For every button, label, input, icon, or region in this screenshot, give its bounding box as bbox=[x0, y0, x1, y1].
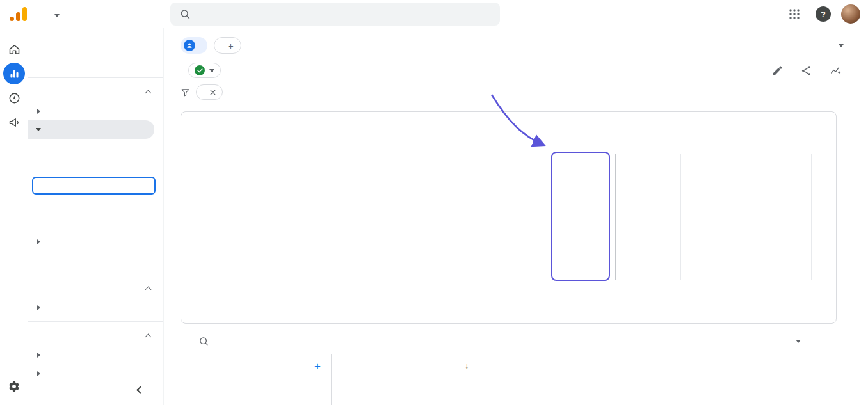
bar-track bbox=[615, 190, 811, 213]
app-body: + bbox=[0, 28, 868, 405]
bar-track bbox=[615, 253, 811, 276]
expand-right-icon bbox=[32, 305, 45, 310]
chevron-left-icon bbox=[136, 386, 145, 394]
rows-per-page-select[interactable] bbox=[791, 340, 801, 343]
sidebar-item-monetization[interactable] bbox=[28, 232, 163, 251]
reports-icon[interactable] bbox=[3, 63, 25, 84]
header-actions: ? bbox=[784, 0, 868, 28]
sidebar-item-events[interactable] bbox=[28, 157, 163, 176]
sidebar-item-search-console[interactable] bbox=[28, 298, 163, 317]
chevron-down-icon bbox=[796, 340, 801, 343]
metric-header-total-users[interactable] bbox=[472, 365, 623, 367]
divider bbox=[28, 77, 163, 78]
chevron-down-icon bbox=[839, 44, 844, 47]
sidebar-item-realtime[interactable] bbox=[28, 54, 163, 73]
sidebar-item-snapshot[interactable] bbox=[28, 36, 163, 54]
legend-dot bbox=[266, 310, 271, 315]
column-divider bbox=[331, 354, 332, 405]
main-content: + bbox=[164, 28, 868, 405]
apps-grid-icon[interactable] bbox=[784, 3, 805, 25]
sidebar-section-lifecycle[interactable] bbox=[28, 83, 163, 102]
conversion-status-badge[interactable] bbox=[188, 63, 221, 78]
legend-item[interactable] bbox=[266, 310, 275, 315]
title-row bbox=[181, 63, 868, 78]
insights-icon[interactable] bbox=[829, 65, 842, 77]
avatar[interactable] bbox=[841, 4, 860, 24]
legend-dot bbox=[197, 310, 202, 315]
sort-desc-icon: ↓ bbox=[465, 361, 469, 370]
account-selector[interactable] bbox=[49, 12, 60, 17]
controls-row: + bbox=[181, 37, 868, 54]
global-search-input[interactable] bbox=[198, 10, 491, 19]
sidebar-item-traffic[interactable] bbox=[28, 102, 163, 120]
advertising-icon[interactable] bbox=[3, 111, 25, 133]
legend-item[interactable] bbox=[243, 310, 252, 315]
filter-chip[interactable] bbox=[196, 84, 223, 100]
add-dimension-icon[interactable]: + bbox=[314, 360, 321, 371]
legend-item[interactable] bbox=[220, 310, 229, 315]
chevron-up-icon bbox=[145, 90, 152, 97]
customize-report-icon[interactable] bbox=[771, 65, 784, 77]
sidebar-item-pages-screens[interactable] bbox=[28, 195, 163, 214]
chevron-down-icon bbox=[209, 69, 214, 72]
chevron-down-icon bbox=[54, 14, 60, 17]
legend-dot bbox=[220, 310, 225, 315]
filter-row bbox=[181, 84, 868, 100]
line-chart-panel bbox=[197, 125, 558, 317]
analytics-app: ? bbox=[0, 0, 868, 405]
audience-chip[interactable] bbox=[181, 37, 207, 54]
funnel-icon[interactable] bbox=[181, 88, 190, 97]
chevron-up-icon bbox=[145, 287, 152, 293]
sidebar-item-user-attributes[interactable] bbox=[28, 345, 163, 364]
report-actions bbox=[771, 65, 842, 77]
totals-conversions bbox=[331, 385, 472, 389]
expand-right-icon bbox=[32, 371, 45, 376]
help-icon[interactable]: ? bbox=[816, 6, 831, 22]
table-pagination-controls bbox=[783, 340, 819, 343]
collapse-down-icon bbox=[32, 128, 45, 131]
share-icon[interactable] bbox=[800, 65, 812, 77]
bar-row[interactable] bbox=[565, 248, 811, 280]
chart-legend bbox=[197, 310, 275, 315]
sidebar-item-tech[interactable] bbox=[28, 364, 163, 383]
sidebar-item-overview[interactable] bbox=[28, 139, 163, 157]
data-table: + ↓ bbox=[181, 354, 837, 389]
x-axis bbox=[197, 260, 512, 280]
bar-track bbox=[615, 159, 811, 182]
sidebar-item-engagement[interactable] bbox=[28, 120, 154, 139]
date-range-picker[interactable] bbox=[826, 44, 844, 47]
bar-row[interactable] bbox=[565, 186, 811, 217]
bar-row[interactable] bbox=[565, 154, 811, 186]
divider bbox=[28, 321, 163, 322]
expand-right-icon bbox=[32, 239, 45, 244]
sidebar-item-retention[interactable] bbox=[28, 251, 163, 269]
table-search-input[interactable] bbox=[217, 337, 422, 346]
admin-gear-icon[interactable] bbox=[3, 376, 25, 397]
metric-header-conversions[interactable]: ↓ bbox=[331, 361, 472, 370]
explore-icon[interactable] bbox=[3, 87, 25, 109]
plus-icon: + bbox=[228, 41, 234, 51]
reports-sidebar bbox=[28, 28, 164, 405]
sidebar-section-search-console[interactable] bbox=[28, 279, 163, 298]
bar-row[interactable] bbox=[565, 217, 811, 248]
metric-header-total-revenue[interactable] bbox=[623, 365, 771, 367]
app-header: ? bbox=[0, 0, 868, 28]
analytics-logo-icon[interactable] bbox=[10, 6, 27, 22]
table-totals-row bbox=[181, 377, 837, 389]
sidebar-item-conversions[interactable] bbox=[32, 177, 156, 195]
sidebar-section-user[interactable] bbox=[28, 326, 163, 345]
expand-right-icon bbox=[32, 109, 45, 114]
search-icon bbox=[179, 8, 191, 20]
add-comparison-chip[interactable]: + bbox=[214, 37, 241, 54]
sidebar-item-landing-page[interactable] bbox=[28, 214, 163, 232]
check-circle-icon bbox=[195, 65, 205, 75]
bar-track bbox=[615, 221, 811, 244]
global-search[interactable] bbox=[170, 3, 500, 26]
close-icon[interactable] bbox=[209, 89, 216, 96]
legend-item[interactable] bbox=[197, 310, 205, 315]
charts-card bbox=[181, 111, 837, 324]
chevron-up-icon bbox=[145, 334, 152, 340]
collapse-sidebar-button[interactable] bbox=[134, 383, 147, 396]
home-icon[interactable] bbox=[3, 38, 25, 60]
table-header-row: + ↓ bbox=[181, 354, 837, 377]
